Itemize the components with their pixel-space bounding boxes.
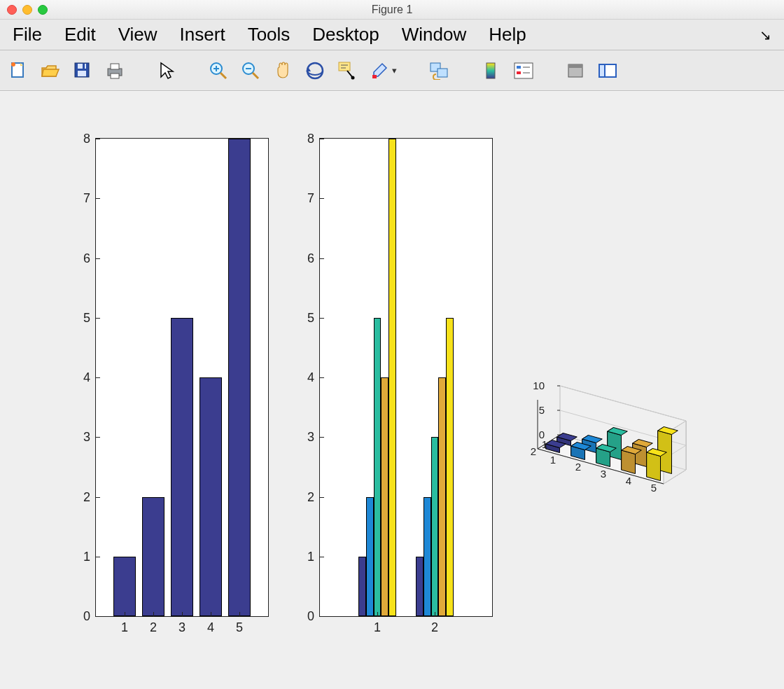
window-title: Figure 1 <box>0 4 784 16</box>
xtick-label: 2 <box>431 616 438 635</box>
svg-text:5: 5 <box>539 404 545 416</box>
svg-marker-54 <box>647 452 661 481</box>
ytick-label: 5 <box>83 310 96 325</box>
titlebar: Figure 1 <box>0 0 784 20</box>
svg-point-23 <box>351 76 355 79</box>
svg-rect-28 <box>486 63 495 78</box>
ytick-label: 0 <box>307 609 320 624</box>
xtick-label: 1 <box>121 616 128 635</box>
new-figure-icon[interactable] <box>7 60 29 82</box>
bar[interactable] <box>228 139 251 616</box>
bar[interactable] <box>416 557 424 616</box>
axes-bar-grouped[interactable]: 01234567812 <box>319 138 493 617</box>
hide-plot-tools-icon[interactable] <box>564 60 587 82</box>
svg-point-2 <box>11 62 15 67</box>
ytick-label: 7 <box>307 191 320 206</box>
zoom-out-icon[interactable] <box>239 60 262 82</box>
axes-bar-single[interactable]: 01234567812345 <box>95 138 269 617</box>
print-icon[interactable] <box>104 60 126 82</box>
toolbar: ▾ <box>0 50 784 91</box>
svg-rect-6 <box>83 64 85 69</box>
svg-text:10: 10 <box>533 380 545 391</box>
svg-rect-5 <box>78 71 86 76</box>
menu-desktop[interactable]: Desktop <box>312 24 379 46</box>
bar[interactable] <box>381 377 388 616</box>
svg-text:3: 3 <box>601 468 606 480</box>
svg-text:1: 1 <box>542 438 547 450</box>
ytick-label: 6 <box>83 251 96 265</box>
ytick-label: 8 <box>307 132 320 146</box>
menu-help[interactable]: Help <box>489 24 526 46</box>
ytick-label: 6 <box>307 251 320 265</box>
svg-rect-4 <box>78 64 86 69</box>
bar[interactable] <box>374 318 382 616</box>
bar3d-svg: 05101234512 <box>518 323 735 463</box>
svg-rect-9 <box>111 74 119 78</box>
xtick-label: 1 <box>374 616 381 635</box>
pointer-icon[interactable] <box>155 60 178 82</box>
xtick-label: 3 <box>178 616 186 635</box>
ytick-label: 2 <box>83 489 96 504</box>
bar[interactable] <box>113 557 136 616</box>
xtick-label: 5 <box>236 616 243 635</box>
zoom-in-icon[interactable] <box>207 60 230 82</box>
bar[interactable] <box>142 497 164 617</box>
svg-rect-24 <box>372 75 377 78</box>
axes-bar-3d[interactable]: 05101234512 <box>518 323 735 463</box>
ytick-label: 2 <box>307 489 320 504</box>
menu-file[interactable]: File <box>13 24 42 46</box>
bar[interactable] <box>358 557 366 616</box>
pan-icon[interactable] <box>272 60 294 82</box>
svg-rect-27 <box>438 69 447 77</box>
bar[interactable] <box>388 139 396 616</box>
bar[interactable] <box>366 497 374 617</box>
bar[interactable] <box>424 497 431 617</box>
svg-rect-29 <box>514 63 533 78</box>
bar[interactable] <box>200 377 222 616</box>
open-icon[interactable] <box>39 60 62 82</box>
colorbar-icon[interactable] <box>480 60 503 82</box>
dock-icon[interactable] <box>596 60 619 82</box>
svg-text:▾: ▾ <box>392 65 397 76</box>
ytick-label: 0 <box>83 609 96 624</box>
figure-canvas[interactable]: 01234567812345 01234567812 05101234512 <box>0 92 784 689</box>
legend-icon[interactable] <box>512 60 535 82</box>
menubar: File Edit View Insert Tools Desktop Wind… <box>0 20 784 50</box>
ytick-label: 4 <box>83 370 96 385</box>
svg-rect-19 <box>339 62 350 71</box>
menu-overflow-icon[interactable]: ↘ <box>760 27 771 43</box>
bar[interactable] <box>431 437 439 616</box>
menu-edit[interactable]: Edit <box>64 24 96 46</box>
svg-text:1: 1 <box>550 454 556 466</box>
menu-tools[interactable]: Tools <box>248 24 290 46</box>
ytick-label: 3 <box>83 430 96 445</box>
svg-line-11 <box>220 73 226 78</box>
menu-insert[interactable]: Insert <box>180 24 225 46</box>
ytick-label: 4 <box>307 370 320 385</box>
rotate-3d-icon[interactable] <box>304 60 326 82</box>
ytick-label: 7 <box>83 191 96 206</box>
save-icon[interactable] <box>71 60 94 82</box>
bar[interactable] <box>171 318 193 616</box>
svg-text:2: 2 <box>531 445 536 457</box>
xtick-label: 4 <box>207 616 214 635</box>
svg-rect-30 <box>517 66 521 69</box>
ytick-label: 1 <box>307 549 320 564</box>
bar[interactable] <box>446 318 454 616</box>
svg-rect-35 <box>568 64 582 68</box>
svg-rect-31 <box>517 71 521 74</box>
ytick-label: 3 <box>307 430 320 445</box>
menu-view[interactable]: View <box>118 24 158 46</box>
ytick-label: 8 <box>83 132 96 146</box>
svg-text:4: 4 <box>626 475 631 487</box>
ytick-label: 1 <box>83 549 96 564</box>
svg-rect-37 <box>599 64 605 77</box>
svg-line-15 <box>253 73 258 78</box>
link-icon[interactable] <box>428 60 451 82</box>
brush-icon[interactable]: ▾ <box>368 60 399 82</box>
bar[interactable] <box>438 377 446 616</box>
menu-window[interactable]: Window <box>402 24 466 46</box>
xtick-label: 2 <box>150 616 157 635</box>
svg-rect-8 <box>111 64 119 69</box>
data-cursor-icon[interactable] <box>336 60 358 82</box>
